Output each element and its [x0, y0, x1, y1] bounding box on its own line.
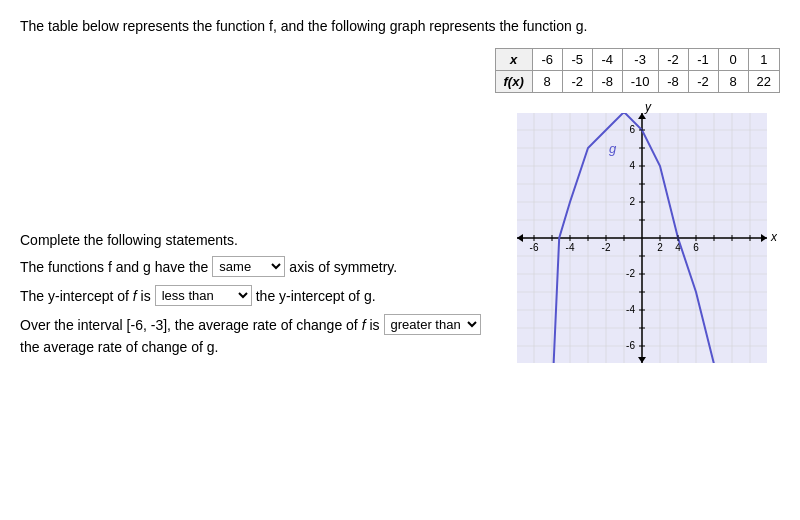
- statements-intro: Complete the following statements.: [20, 232, 485, 248]
- x-label-2: 2: [657, 242, 663, 253]
- y-axis-label: y: [644, 103, 652, 114]
- intro-text: The table below represents the function …: [20, 18, 780, 34]
- table-cell-6: -2: [688, 71, 718, 93]
- table-row-label: f(x): [495, 71, 532, 93]
- avg-rate-select[interactable]: greater than less than equal to: [384, 314, 481, 335]
- line3-prefix: Over the interval [-6, -3], the average …: [20, 317, 380, 333]
- table-cell-8: 22: [748, 71, 779, 93]
- table-header-n4: -4: [592, 49, 622, 71]
- table-header-n6: -6: [532, 49, 562, 71]
- table-cell-2: -2: [562, 71, 592, 93]
- x-label-n4: -4: [566, 242, 575, 253]
- statement-line-1: The functions f and g have the same diff…: [20, 256, 485, 277]
- line3-suffix: the average rate of change of g.: [20, 339, 218, 355]
- line1-prefix: The functions f and g have the: [20, 259, 208, 275]
- table-header-x: x: [495, 49, 532, 71]
- table-cell-5: -8: [658, 71, 688, 93]
- x-label-n6: -6: [530, 242, 539, 253]
- table-cell-4: -10: [622, 71, 658, 93]
- table-cell-1: 8: [532, 71, 562, 93]
- content-area: Complete the following statements. The f…: [20, 48, 780, 373]
- y-label-n6: -6: [626, 340, 635, 351]
- x-label-n2: -2: [602, 242, 611, 253]
- table-header-n1: -1: [688, 49, 718, 71]
- y-label-n2: -2: [626, 268, 635, 279]
- x-axis-label: x: [770, 230, 777, 244]
- statement-line-3: Over the interval [-6, -3], the average …: [20, 314, 485, 355]
- graph-container: -6 -4 -2 2 4 6 6 4 2 -2 -4 -6 x y: [497, 103, 777, 373]
- table-header-n2: -2: [658, 49, 688, 71]
- y-intercept-select[interactable]: less than greater than equal to: [155, 285, 252, 306]
- table-cell-7: 8: [718, 71, 748, 93]
- statements: Complete the following statements. The f…: [20, 232, 485, 363]
- table-header-0: 0: [718, 49, 748, 71]
- y-label-n4: -4: [626, 304, 635, 315]
- graph-svg: -6 -4 -2 2 4 6 6 4 2 -2 -4 -6 x y: [497, 103, 777, 373]
- statement-line-2: The y-intercept of f is less than greate…: [20, 285, 485, 306]
- table-header-n3: -3: [622, 49, 658, 71]
- graph-g-label: g: [609, 141, 617, 156]
- line2-suffix: the y-intercept of g.: [256, 288, 376, 304]
- line2-prefix: The y-intercept of f is: [20, 288, 151, 304]
- right-panel: x -6 -5 -4 -3 -2 -1 0 1 f(x) 8 -2 -8 -10…: [495, 48, 780, 373]
- line1-suffix: axis of symmetry.: [289, 259, 397, 275]
- table-header-n5: -5: [562, 49, 592, 71]
- table-cell-3: -8: [592, 71, 622, 93]
- table-header-1: 1: [748, 49, 779, 71]
- x-label-6: 6: [693, 242, 699, 253]
- function-table: x -6 -5 -4 -3 -2 -1 0 1 f(x) 8 -2 -8 -10…: [495, 48, 780, 93]
- y-label-6: 6: [630, 124, 636, 135]
- y-label-2: 2: [630, 196, 636, 207]
- axis-symmetry-select[interactable]: same different: [212, 256, 285, 277]
- left-panel: Complete the following statements. The f…: [20, 48, 485, 373]
- y-label-4: 4: [630, 160, 636, 171]
